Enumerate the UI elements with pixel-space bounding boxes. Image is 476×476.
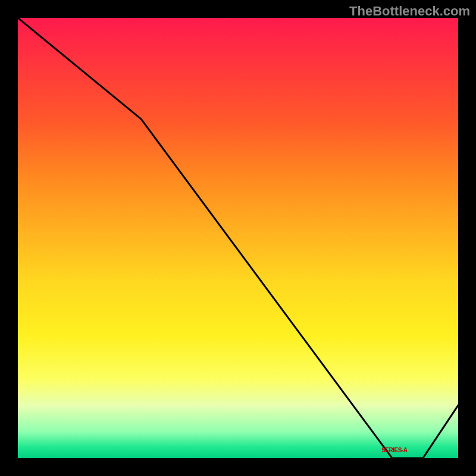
bottleneck-curve-path <box>18 18 458 458</box>
chart-plot-area: SERIES-A <box>18 18 458 458</box>
series-label: SERIES-A <box>381 447 407 453</box>
watermark-text: TheBottleneck.com <box>349 4 470 19</box>
chart-line-svg <box>18 18 458 458</box>
